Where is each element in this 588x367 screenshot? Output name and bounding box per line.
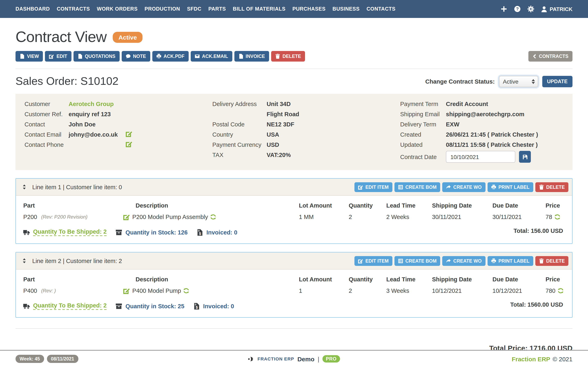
tax-row: TAX VAT:20%	[212, 151, 400, 159]
footer-pipe: |	[318, 355, 319, 362]
footer-copyright: © 2021	[553, 355, 572, 362]
field-label: Delivery Address	[212, 100, 267, 108]
nav-parts[interactable]: PARTS	[208, 6, 226, 12]
print-label-button[interactable]: PRINT LABEL	[487, 182, 533, 192]
field-label: Contact Email	[25, 131, 69, 139]
contract-date-input[interactable]	[446, 151, 515, 163]
updated-row: Updated 08/11/21 15:58 ( Patrick Chester…	[400, 141, 563, 149]
field-value: USA	[267, 131, 279, 139]
truck-icon	[23, 229, 30, 235]
nav-production[interactable]: PRODUCTION	[145, 6, 180, 12]
gear-icon[interactable]	[527, 6, 534, 12]
stock-box-icon	[116, 303, 122, 309]
invoice-button[interactable]: INVOICE	[234, 51, 269, 62]
lead-time-cell: 3 Weeks	[386, 287, 432, 296]
refresh-price-icon[interactable]	[554, 214, 560, 220]
qty-to-ship-link[interactable]: Quantity To Be Shipped: 2	[23, 302, 107, 310]
note-button[interactable]: NOTE	[121, 51, 150, 62]
contact-row: Contact John Doe	[25, 120, 212, 128]
create-wo-button[interactable]: CREATE WO	[442, 256, 485, 266]
save-contract-date-button[interactable]	[519, 151, 531, 163]
field-label: Payment Term	[400, 100, 446, 108]
back-to-contracts-button[interactable]: CONTRACTS	[528, 51, 572, 62]
fraction-logo-icon	[248, 356, 254, 362]
user-menu[interactable]: PATRICK	[541, 6, 572, 12]
col-header-due-date: Due Date	[493, 274, 545, 287]
field-label: Payment Currency	[212, 141, 267, 149]
col-header-lead-time: Lead Time	[386, 200, 432, 213]
nav-purchases[interactable]: PURCHASES	[292, 6, 325, 12]
col-header-price: Price	[545, 274, 565, 287]
qty-in-stock: Quantity in Stock: 126	[116, 229, 188, 235]
field-label: Country	[212, 131, 267, 139]
qty-in-stock: Quantity in Stock: 25	[116, 303, 184, 309]
trash-icon	[275, 54, 280, 59]
delete-button[interactable]: DELETE	[271, 51, 305, 62]
field-value: 08/11/21 15:58 ( Patrick Chester )	[446, 141, 538, 149]
field-value: Flight Road	[267, 110, 299, 118]
line-item-card-2: Line item 2 | Customer line item: 2 EDIT…	[16, 252, 572, 318]
delivery-term-row: Delivery Term EXW	[400, 120, 563, 128]
nav-work-orders[interactable]: WORK ORDERS	[97, 6, 138, 12]
col-header-price: Price	[545, 200, 565, 213]
contract-status-select[interactable]: Active	[499, 76, 538, 87]
envelope-icon	[195, 54, 199, 59]
print-icon	[491, 184, 496, 189]
nav-contacts[interactable]: CONTACTS	[366, 6, 396, 12]
quantity-cell: 2	[349, 213, 386, 222]
sort-handle-icon[interactable]	[22, 184, 27, 190]
field-value: Unit 34D	[267, 100, 291, 108]
ack-email-button[interactable]: ACK.EMAIL	[190, 51, 232, 62]
refresh-price-icon[interactable]	[558, 288, 563, 294]
customer-link[interactable]: Aerotech Group	[69, 100, 114, 108]
nav-business[interactable]: BUSINESS	[333, 6, 360, 12]
nav-bill-of-materials[interactable]: BILL OF MATERIALS	[233, 6, 285, 12]
field-value: johny@doe.co.uk	[69, 131, 126, 139]
nav-sfdc[interactable]: SFDC	[187, 6, 201, 12]
nav-dashboard[interactable]: DASHBOARD	[16, 6, 50, 12]
field-label: Shipping Email	[400, 110, 446, 118]
field-label: TAX	[212, 151, 267, 159]
delete-line-item-button[interactable]: DELETE	[535, 256, 568, 266]
edit-item-button[interactable]: EDIT ITEM	[355, 182, 392, 192]
postal-code-row: Postal Code NE12 3DF	[212, 120, 400, 128]
page-title: Contract View	[16, 29, 107, 46]
list-icon	[398, 258, 403, 263]
plus-icon[interactable]	[501, 6, 507, 12]
edit-button[interactable]: EDIT	[45, 51, 71, 62]
field-label: Delivery Term	[400, 120, 446, 128]
edit-description-icon[interactable]	[123, 287, 130, 294]
contact-email-row: Contact Email johny@doe.co.uk	[25, 131, 212, 139]
lot-amount-cell: 1	[299, 287, 349, 296]
create-bom-button[interactable]: CREATE BOM	[394, 256, 440, 266]
create-wo-button[interactable]: CREATE WO	[442, 182, 485, 192]
ack-pdf-button[interactable]: ACK.PDF	[152, 51, 189, 62]
contact-phone-row: Contact Phone	[25, 141, 212, 149]
delete-line-item-button[interactable]: DELETE	[535, 182, 568, 192]
details-column-terms: Payment Term Credit Account Shipping Ema…	[400, 100, 563, 165]
refresh-description-icon[interactable]	[183, 288, 189, 294]
create-bom-button[interactable]: CREATE BOM	[394, 182, 440, 192]
qty-to-ship-link[interactable]: Quantity To Be Shipped: 2	[23, 228, 107, 236]
list-icon	[398, 184, 403, 189]
print-label-button[interactable]: PRINT LABEL	[487, 256, 533, 266]
select-arrows-icon	[531, 79, 535, 84]
nav-contracts[interactable]: CONTRACTS	[57, 6, 90, 12]
field-value: VAT:20%	[267, 151, 291, 159]
line-item-title: Line item 1 | Customer line item: 0	[32, 184, 122, 190]
footer-copyright-brand[interactable]: Fraction ERP	[512, 355, 550, 362]
col-header-description: Description	[123, 274, 299, 287]
edit-description-icon[interactable]	[123, 214, 130, 220]
refresh-description-icon[interactable]	[210, 214, 216, 220]
update-status-button[interactable]: UPDATE	[542, 76, 572, 87]
view-button[interactable]: VIEW	[16, 51, 43, 62]
footer-env: Demo	[297, 355, 314, 362]
col-header-lot-amount: Lot Amount	[299, 200, 349, 213]
edit-phone-icon[interactable]	[126, 141, 132, 147]
invoiced: $ Invoiced: 0	[193, 303, 234, 309]
edit-item-button[interactable]: EDIT ITEM	[355, 256, 392, 266]
help-icon[interactable]: ?	[514, 6, 521, 12]
edit-email-icon[interactable]	[126, 131, 132, 137]
sort-handle-icon[interactable]	[22, 258, 27, 263]
quotations-button[interactable]: QUOTATIONS	[73, 51, 120, 62]
